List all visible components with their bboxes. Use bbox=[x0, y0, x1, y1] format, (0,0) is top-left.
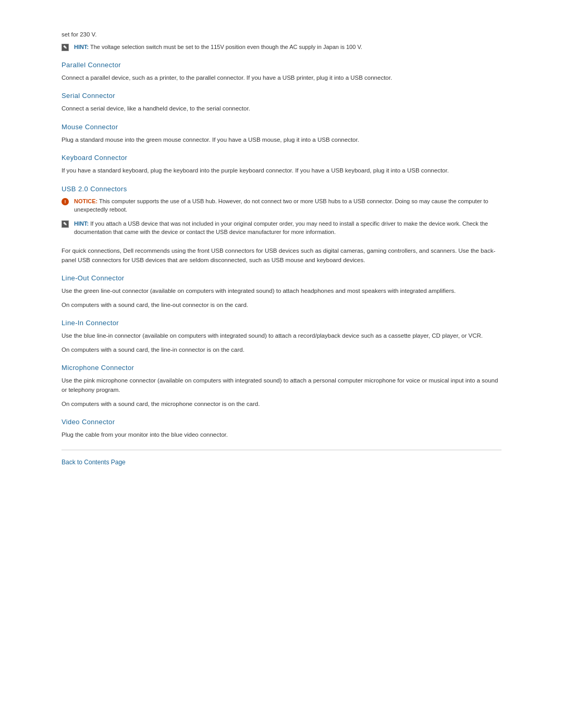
back-to-contents-link[interactable]: Back to Contents Page bbox=[62, 459, 126, 466]
hint-icon-img-usb-connectors: ✎ bbox=[62, 220, 69, 228]
section-para-line-out-connector-1: On computers with a sound card, the line… bbox=[62, 300, 501, 310]
section-para-serial-connector-0: Connect a serial device, like a handheld… bbox=[62, 104, 501, 113]
hint-voltage-text: HINT: The voltage selection switch must … bbox=[74, 43, 362, 52]
section-heading-keyboard-connector: Keyboard Connector bbox=[62, 154, 501, 162]
notice-body-usb-connectors: This computer supports the use of a USB … bbox=[74, 198, 488, 213]
section-heading-microphone-connector: Microphone Connector bbox=[62, 364, 501, 372]
notice-text-usb-connectors: NOTICE: This computer supports the use o… bbox=[74, 197, 501, 214]
hint-body-usb-connectors: If you attach a USB device that was not … bbox=[74, 220, 488, 236]
section-heading-mouse-connector: Mouse Connector bbox=[62, 123, 501, 131]
section-heading-serial-connector: Serial Connector bbox=[62, 92, 501, 100]
hint-icon: ✎ bbox=[62, 43, 70, 52]
hint-voltage-body: The voltage selection switch must be set… bbox=[89, 44, 362, 50]
notice-icon-img-usb-connectors: ! bbox=[62, 198, 69, 205]
sections-container: Parallel ConnectorConnect a parallel dev… bbox=[62, 61, 501, 439]
hint-icon-usb-connectors: ✎ bbox=[62, 220, 70, 228]
hint-voltage-label: HINT: bbox=[74, 44, 89, 50]
hint-text-usb-connectors: HINT: If you attach a USB device that wa… bbox=[74, 219, 501, 237]
notice-box-usb-connectors: !NOTICE: This computer supports the use … bbox=[62, 197, 501, 214]
section-para-line-in-connector-0: Use the blue line-in connector (availabl… bbox=[62, 331, 501, 340]
section-heading-line-out-connector: Line-Out Connector bbox=[62, 274, 501, 282]
section-para-line-out-connector-0: Use the green line-out connector (availa… bbox=[62, 286, 501, 295]
section-heading-video-connector: Video Connector bbox=[62, 418, 501, 426]
section-heading-line-in-connector: Line-In Connector bbox=[62, 319, 501, 327]
hint-label-usb-connectors: HINT: bbox=[74, 220, 89, 227]
section-heading-parallel-connector: Parallel Connector bbox=[62, 61, 501, 69]
section-heading-usb-connectors: USB 2.0 Connectors bbox=[62, 185, 501, 193]
hint-box-voltage: ✎ HINT: The voltage selection switch mus… bbox=[62, 43, 501, 52]
section-para-microphone-connector-1: On computers with a sound card, the micr… bbox=[62, 399, 501, 409]
notice-label-usb-connectors: NOTICE: bbox=[74, 198, 97, 204]
hint-box-usb-connectors: ✎HINT: If you attach a USB device that w… bbox=[62, 219, 501, 237]
section-para-usb-connectors-0: For quick connections, Dell recommends u… bbox=[62, 246, 501, 265]
section-para-parallel-connector-0: Connect a parallel device, such as a pri… bbox=[62, 73, 501, 82]
divider bbox=[62, 450, 501, 450]
section-para-video-connector-0: Plug the cable from your monitor into th… bbox=[62, 430, 501, 439]
section-para-microphone-connector-0: Use the pink microphone connector (avail… bbox=[62, 376, 501, 395]
hint-icon-img: ✎ bbox=[62, 44, 69, 51]
section-para-mouse-connector-0: Plug a standard mouse into the green mou… bbox=[62, 135, 501, 144]
notice-icon-usb-connectors: ! bbox=[62, 198, 70, 206]
section-para-line-in-connector-1: On computers with a sound card, the line… bbox=[62, 345, 501, 354]
intro-text: set for 230 V. bbox=[62, 31, 501, 38]
section-para-keyboard-connector-0: If you have a standard keyboard, plug th… bbox=[62, 166, 501, 175]
